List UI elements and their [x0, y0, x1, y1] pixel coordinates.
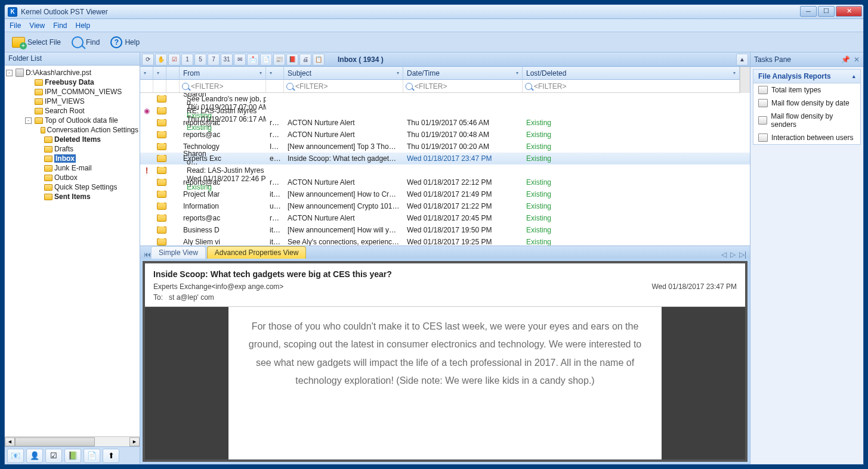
- mail-row[interactable]: Project Marity...[New announcement] How …: [140, 188, 750, 200]
- tasks-item[interactable]: Mail flow density by date: [753, 97, 860, 110]
- tree-item[interactable]: Drafts: [6, 144, 138, 154]
- cell-from: Project Mar: [180, 190, 266, 198]
- mail-row[interactable]: ◉Sharonom>RE: LAS-Justin MyresThu 01/19/…: [140, 105, 750, 117]
- grid-title: Inbox ( 1934 ): [338, 55, 384, 64]
- tree-item[interactable]: Junk E-mail: [6, 163, 138, 173]
- col-from2[interactable]: ▾: [266, 67, 284, 79]
- stop-button[interactable]: ✋: [155, 54, 167, 66]
- nav-first[interactable]: ⏮: [144, 250, 151, 259]
- cell-subject: [New announcement] How will your dig...: [284, 226, 403, 234]
- tree-item[interactable]: Conversation Action Settings: [6, 125, 138, 135]
- print-button[interactable]: 🖨: [299, 54, 311, 66]
- col-subject[interactable]: Subject▾: [284, 67, 403, 79]
- filter-lost[interactable]: <FILTER>: [523, 80, 740, 92]
- scroll-track[interactable]: [15, 437, 129, 446]
- pin-icon[interactable]: 📌: [841, 55, 850, 64]
- col-from[interactable]: From▾: [180, 67, 266, 79]
- tree-item[interactable]: Inbox: [6, 154, 138, 163]
- tasks-close-icon[interactable]: ✕: [854, 55, 860, 64]
- view-mail-button[interactable]: 📧: [7, 449, 24, 463]
- col-icon[interactable]: ▾: [153, 67, 166, 79]
- view-contacts-button[interactable]: 👤: [26, 449, 43, 463]
- mail-row[interactable]: Informationud...[New announcement] Crypt…: [140, 200, 750, 212]
- nav-prev[interactable]: ◁: [721, 250, 727, 259]
- tab-simple-view[interactable]: Simple View: [151, 246, 206, 259]
- scroll-thumb[interactable]: [15, 437, 95, 446]
- refresh-button[interactable]: ⟳: [142, 54, 154, 66]
- export-pdf-button[interactable]: 📕: [286, 54, 298, 66]
- find-button[interactable]: Find: [68, 35, 103, 50]
- tree-item[interactable]: IPM_COMMON_VIEWS: [6, 87, 138, 97]
- tree-item[interactable]: -Top of Outlook data file: [6, 116, 138, 125]
- tree-item[interactable]: Search Root: [6, 106, 138, 116]
- check-button[interactable]: ☑: [168, 54, 180, 66]
- menu-file[interactable]: File: [10, 21, 21, 30]
- view-calendar-button[interactable]: 📗: [64, 449, 81, 463]
- cell-date: Wed 01/18/2017 21:49 PM: [403, 190, 523, 198]
- filter-subject[interactable]: <FILTER>: [284, 80, 403, 92]
- tree-item[interactable]: IPM_VIEWS: [6, 97, 138, 106]
- scroll-left-button[interactable]: ◄: [5, 437, 15, 446]
- day5-button[interactable]: 5: [194, 54, 206, 66]
- help-button[interactable]: ? Help: [107, 35, 143, 50]
- folder-hscroll[interactable]: ◄ ►: [5, 436, 140, 446]
- tasks-pane-title: Tasks Pane: [754, 55, 791, 64]
- grid-up-button[interactable]: ▲: [736, 54, 748, 66]
- mail-row[interactable]: reports@acrts...ACTON Nurture AlertThu 0…: [140, 129, 750, 141]
- tab-advanced-view[interactable]: Advanced Properties View: [207, 246, 307, 259]
- collapse-icon[interactable]: ▴: [852, 73, 855, 79]
- menu-find[interactable]: Find: [53, 21, 67, 30]
- filter-date[interactable]: <FILTER>: [403, 80, 523, 92]
- export-html-button[interactable]: 📰: [273, 54, 285, 66]
- tree-item[interactable]: Sent Items: [6, 192, 138, 201]
- view-notes-button[interactable]: 📄: [84, 449, 100, 463]
- tasks-item[interactable]: Mail flow density by senders: [753, 110, 860, 131]
- tree-item[interactable]: Quick Step Settings: [6, 182, 138, 192]
- col-attach[interactable]: [166, 67, 180, 79]
- view-tasks-button[interactable]: ☑: [45, 449, 62, 463]
- mail-row[interactable]: Aly Sliem viita...See Aly's connections,…: [140, 236, 750, 246]
- close-button[interactable]: ✕: [836, 6, 862, 17]
- col-flag[interactable]: ▾: [140, 67, 153, 79]
- view-up-button[interactable]: ⬆: [103, 449, 119, 463]
- preview-body-scroll[interactable]: For those of you who couldn't make it to…: [145, 307, 745, 459]
- folder-tree[interactable]: - D:\Akash\archive.pst Freebusy DataIPM_…: [5, 66, 140, 436]
- filter-from[interactable]: <FILTER>: [180, 80, 266, 92]
- tree-root[interactable]: - D:\Akash\archive.pst: [6, 68, 138, 77]
- col-date[interactable]: Date/Time▾: [403, 67, 523, 79]
- tree-item[interactable]: Freebusy Data: [6, 77, 138, 87]
- copy-button[interactable]: 📋: [313, 54, 325, 66]
- collapse-icon[interactable]: -: [6, 70, 13, 76]
- nav-last[interactable]: ▷|: [739, 250, 746, 259]
- menu-view[interactable]: View: [29, 21, 45, 30]
- day31-button[interactable]: 31: [221, 54, 233, 66]
- folder-icon: [44, 165, 52, 172]
- tasks-box-title[interactable]: File Analysis Reports ▴: [753, 70, 860, 83]
- collapse-icon[interactable]: -: [25, 117, 32, 124]
- export-rtf-button[interactable]: 📄: [260, 54, 272, 66]
- export-msg-button[interactable]: ✉: [234, 54, 246, 66]
- tree-item[interactable]: Outbox: [6, 173, 138, 182]
- export-eml-button[interactable]: 📩: [247, 54, 259, 66]
- day1-button[interactable]: 1: [181, 54, 193, 66]
- tasks-item[interactable]: Interaction between users: [753, 131, 860, 144]
- cell-lost: Existing: [523, 190, 750, 198]
- col-lost[interactable]: Lost/Deleted▾: [523, 67, 740, 79]
- titlebar[interactable]: K Kernel Outlook PST Viewer ─ ☐ ✕: [5, 5, 863, 19]
- mail-row[interactable]: !Sharonom>Read: LAS-Justin MyresWed 01/1…: [140, 164, 750, 176]
- tree-item-label: Inbox: [54, 154, 76, 163]
- scroll-right-button[interactable]: ►: [129, 437, 140, 446]
- tasks-item[interactable]: Total item types: [753, 83, 860, 97]
- day7-button[interactable]: 7: [208, 54, 220, 66]
- maximize-button[interactable]: ☐: [818, 6, 835, 17]
- app-icon: K: [8, 7, 17, 17]
- mail-row[interactable]: Business Dity...[New announcement] How w…: [140, 224, 750, 236]
- tree-item[interactable]: Deleted Items: [6, 135, 138, 144]
- minimize-button[interactable]: ─: [800, 6, 817, 17]
- nav-next[interactable]: ▷: [730, 250, 736, 259]
- mail-row[interactable]: reports@acrts...ACTON Nurture AlertWed 0…: [140, 212, 750, 224]
- cell-from2: om>: [183, 98, 201, 107]
- select-file-button[interactable]: Select File: [8, 35, 64, 49]
- grid-body[interactable]: LinkedInal>See Leandro's new job, plus 3…: [140, 93, 750, 246]
- menu-help[interactable]: Help: [75, 21, 90, 30]
